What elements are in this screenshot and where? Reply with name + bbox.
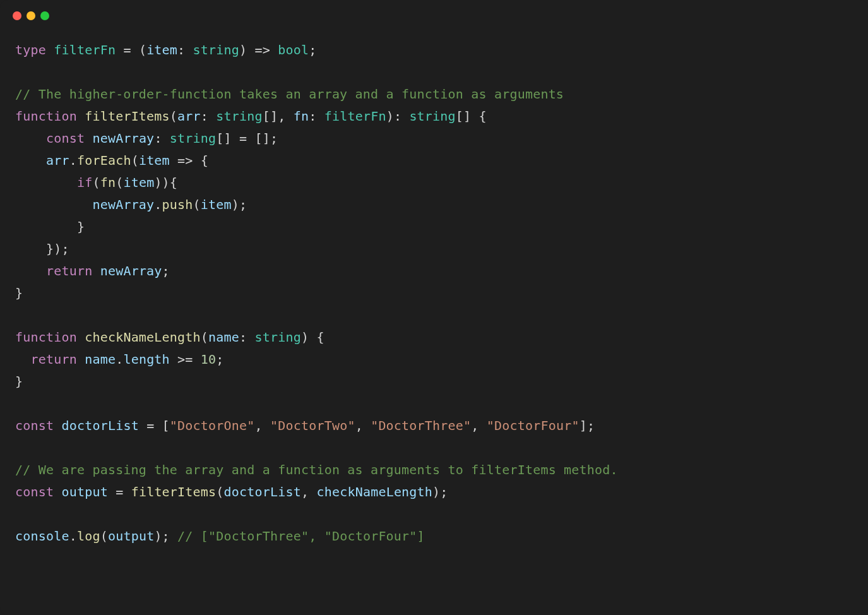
- code-window: type filterFn = (item: string) => bool; …: [0, 0, 868, 615]
- code-token: [54, 484, 61, 499]
- code-token: 10: [201, 352, 216, 367]
- code-token: fn: [100, 175, 116, 190]
- code-token: checkNameLength: [316, 484, 432, 499]
- code-token: });: [15, 241, 69, 256]
- code-token: const: [15, 418, 54, 433]
- code-line: [15, 304, 853, 326]
- code-line: [15, 393, 853, 415]
- code-token: [15, 153, 46, 168]
- code-token: console: [15, 528, 69, 544]
- code-token: doctorList: [61, 418, 138, 433]
- code-line: return newArray;: [15, 260, 853, 282]
- code-token: (: [170, 109, 177, 124]
- code-token: item: [139, 153, 170, 168]
- code-token: [46, 42, 54, 57]
- code-line: [15, 61, 853, 83]
- code-token: output: [61, 484, 107, 499]
- code-token: string: [170, 131, 216, 146]
- code-token: forEach: [77, 153, 131, 168]
- code-token: doctorList: [224, 484, 301, 499]
- code-token: [] {: [456, 109, 487, 124]
- code-line: // We are passing the array and a functi…: [15, 459, 853, 481]
- code-token: newArray: [100, 263, 162, 278]
- code-token: (: [100, 528, 108, 544]
- code-line: }: [15, 282, 853, 304]
- code-token: // We are passing the array and a functi…: [15, 462, 618, 477]
- code-token: ;: [162, 263, 170, 278]
- code-token: [15, 175, 77, 190]
- code-line: console.log(output); // ["DoctorThree", …: [15, 525, 853, 547]
- code-token: ,: [301, 484, 316, 499]
- code-token: "DoctorTwo": [270, 418, 355, 433]
- code-token: return: [30, 352, 76, 367]
- code-token: );: [154, 528, 177, 544]
- code-token: :: [177, 42, 193, 57]
- code-token: "DoctorOne": [170, 418, 255, 433]
- code-line: const output = filterItems(doctorList, c…: [15, 481, 853, 503]
- code-token: ;: [309, 42, 316, 57]
- code-token: );: [232, 197, 247, 212]
- code-token: filterFn: [324, 109, 386, 124]
- code-token: );: [432, 484, 448, 499]
- code-token: function: [15, 109, 77, 124]
- code-token: [15, 197, 92, 212]
- code-token: string: [193, 42, 239, 57]
- code-line: // The higher-order-function takes an ar…: [15, 83, 853, 105]
- code-token: >=: [170, 352, 201, 367]
- code-token: filterFn: [54, 42, 116, 57]
- code-token: string: [255, 330, 301, 345]
- code-line: const newArray: string[] = [];: [15, 128, 853, 150]
- code-token: // ["DoctorThree", "DoctorFour"]: [177, 528, 425, 544]
- code-token: string: [409, 109, 455, 124]
- code-token: .: [69, 528, 77, 544]
- code-token: bool: [278, 42, 309, 57]
- close-icon[interactable]: [13, 11, 21, 20]
- code-token: "DoctorFour": [487, 418, 580, 433]
- window-titlebar: [0, 0, 868, 27]
- code-token: push: [162, 197, 193, 212]
- code-token: [15, 352, 30, 367]
- code-token: [85, 131, 92, 146]
- code-token: const: [46, 131, 85, 146]
- code-line: }: [15, 216, 853, 238]
- minimize-icon[interactable]: [27, 11, 35, 20]
- code-token: (: [92, 175, 100, 190]
- zoom-icon[interactable]: [40, 11, 49, 20]
- code-token: arr: [46, 153, 69, 168]
- code-token: fn: [294, 109, 309, 124]
- code-line: function checkNameLength(name: string) {: [15, 326, 853, 349]
- code-token: ,: [255, 418, 270, 433]
- code-token: length: [123, 352, 169, 367]
- code-token: filterItems: [131, 484, 217, 499]
- code-line: }: [15, 371, 853, 393]
- code-token: [77, 330, 85, 345]
- code-token: }: [15, 285, 23, 301]
- code-editor[interactable]: type filterFn = (item: string) => bool; …: [0, 27, 868, 573]
- code-token: // The higher-order-function takes an ar…: [15, 87, 564, 102]
- code-token: (: [116, 175, 123, 190]
- code-token: item: [123, 175, 154, 190]
- code-token: .: [154, 197, 162, 212]
- code-token: = (: [116, 42, 146, 57]
- code-token: name: [85, 352, 116, 367]
- code-line: const doctorList = ["DoctorOne", "Doctor…: [15, 415, 853, 437]
- code-token: string: [216, 109, 262, 124]
- code-line: function filterItems(arr: string[], fn: …: [15, 105, 853, 128]
- code-token: item: [201, 197, 232, 212]
- code-token: )){: [154, 175, 177, 190]
- code-token: ) {: [301, 330, 324, 345]
- code-line: [15, 503, 853, 525]
- code-token: name: [208, 330, 239, 345]
- code-token: = [: [139, 418, 170, 433]
- code-token: }: [15, 219, 85, 234]
- code-token: item: [146, 42, 177, 57]
- code-token: ) =>: [239, 42, 278, 57]
- code-token: newArray: [92, 197, 154, 212]
- code-token: (: [131, 153, 139, 168]
- code-token: checkNameLength: [85, 330, 201, 345]
- code-token: [54, 418, 61, 433]
- code-line: [15, 437, 853, 459]
- code-token: function: [15, 330, 77, 345]
- code-token: const: [15, 484, 54, 499]
- code-token: arr: [177, 109, 201, 124]
